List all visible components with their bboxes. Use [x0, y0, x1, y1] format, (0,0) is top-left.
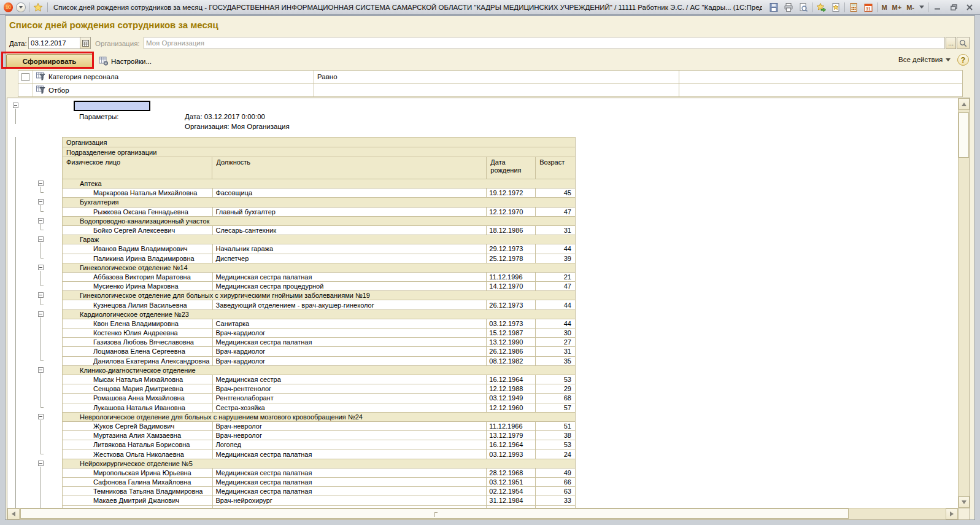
vertical-scrollbar[interactable] [958, 98, 970, 508]
employee-age-cell[interactable]: 24 [536, 449, 575, 458]
employee-age-cell[interactable]: 47 [536, 282, 575, 290]
employee-birthdate-cell[interactable]: 26.12.1973 [487, 300, 536, 309]
group-expander[interactable] [38, 311, 44, 317]
employee-age-cell[interactable]: 38 [536, 431, 575, 440]
help-button[interactable]: ? [957, 54, 969, 66]
employee-position-cell[interactable]: Начальник гаража [213, 244, 487, 253]
employee-row[interactable]: Лоцманова Елена СергеевнаВрач-кардиолог2… [63, 347, 575, 356]
employee-age-cell[interactable]: 53 [536, 375, 575, 384]
employee-birthdate-cell[interactable]: 28.12.1968 [487, 469, 536, 477]
group-row[interactable]: Гинекологическое отделение №14 [63, 263, 575, 273]
memory-add-button[interactable]: M+ [891, 4, 903, 11]
organization-more-button[interactable]: ... [946, 37, 956, 49]
employee-position-cell[interactable]: Врач-кардиолог [213, 347, 487, 356]
employee-position-cell[interactable]: Врач-невролог [213, 422, 487, 430]
favorites-star-icon[interactable] [33, 2, 44, 13]
employee-position-cell[interactable]: Логопед [213, 440, 487, 449]
employee-age-cell[interactable]: 45 [536, 189, 575, 197]
employee-name-cell[interactable]: Данилова Екатерина Александровна [63, 357, 213, 365]
employee-position-cell[interactable]: Медицинская сестра палатная [213, 469, 487, 477]
employee-birthdate-cell[interactable]: 03.12.1973 [487, 319, 536, 328]
employee-position-cell[interactable]: Медицинская сестра палатная [213, 273, 487, 281]
spreadsheet-canvas[interactable]: Параметры: Дата: 03.12.2017 0:00:00 Орга… [7, 98, 958, 508]
group-expander[interactable] [38, 461, 44, 466]
employee-row[interactable]: Паликина Ирина ВладимировнаДиспетчер25.1… [63, 254, 575, 263]
employee-name-cell[interactable]: Жесткова Ольга Николаевна [63, 449, 213, 458]
restore-button[interactable] [947, 2, 960, 13]
save-icon[interactable] [768, 2, 780, 13]
group-row[interactable]: Бухгалтерия [63, 198, 575, 207]
filter-condition-cell[interactable] [314, 84, 679, 96]
employee-age-cell[interactable]: 44 [536, 319, 575, 328]
table-band-organization[interactable]: Организация [63, 138, 575, 147]
employee-birthdate-cell[interactable]: 11.12.1966 [487, 422, 536, 430]
employee-row[interactable]: Литвякова Наталья БорисовнаЛогопед16.12.… [63, 440, 575, 449]
employee-name-cell[interactable]: Сафонова Галина Михайловна [63, 478, 213, 486]
scroll-up-button[interactable] [959, 98, 970, 110]
filter-field-cell[interactable]: Категория персонала [33, 71, 314, 83]
employee-birthdate-cell[interactable]: 12.12.1960 [487, 403, 536, 412]
date-calendar-button[interactable] [80, 37, 91, 49]
report-expander[interactable] [13, 103, 18, 108]
group-row[interactable]: Гараж [63, 235, 575, 244]
employee-name-cell[interactable]: Газизова Любовь Вячеславовна [63, 338, 213, 346]
employee-birthdate-cell[interactable]: 19.12.1972 [487, 189, 536, 197]
employee-name-cell[interactable]: Жуков Сергей Вадимович [63, 422, 213, 430]
employee-name-cell[interactable]: Литвякова Наталья Борисовна [63, 440, 213, 449]
generate-button[interactable]: Сформировать [6, 54, 93, 68]
date-input[interactable] [28, 37, 80, 49]
employee-birthdate-cell[interactable]: 31.12.1984 [487, 496, 536, 505]
memory-recall-button[interactable]: M [880, 4, 888, 11]
employee-position-cell[interactable]: Врач-невролог [213, 431, 487, 440]
filter-row[interactable]: Категория персоналаРавно [18, 71, 962, 84]
employee-name-cell[interactable]: Сенцова Мария Дмитриевна [63, 384, 213, 393]
employee-row[interactable]: Темникова Татьяна ВладимировнаМедицинска… [63, 487, 575, 496]
horizontal-scrollbar[interactable] [7, 508, 958, 519]
employee-position-cell[interactable]: Сестра-хозяйка [213, 403, 487, 412]
employee-birthdate-cell[interactable]: 15.12.1987 [487, 329, 536, 337]
employee-age-cell[interactable]: 31 [536, 347, 575, 356]
employee-name-cell[interactable]: Ромашова Анна Михайловна [63, 394, 213, 402]
employee-row[interactable]: Жесткова Ольга НиколаевнаМедицинская сес… [63, 449, 575, 459]
employee-row[interactable]: Данилова Екатерина АлександровнаВрач-кар… [63, 357, 575, 366]
employee-age-cell[interactable]: 57 [536, 403, 575, 412]
employee-row[interactable]: Бойко Сергей АлексеевичСлесарь-сантехник… [63, 226, 575, 235]
employee-age-cell[interactable]: 35 [536, 357, 575, 365]
group-expander[interactable] [38, 236, 44, 242]
employee-position-cell[interactable]: Врач-нейрохирург [213, 496, 487, 505]
employee-birthdate-cell[interactable]: 25.12.1978 [487, 254, 536, 263]
employee-position-cell[interactable]: Медицинская сестра [213, 375, 487, 384]
employee-age-cell[interactable]: 29 [536, 384, 575, 393]
employee-row[interactable]: Мысак Наталья МихайловнаМедицинская сест… [63, 375, 575, 384]
employee-age-cell[interactable]: 53 [536, 440, 575, 449]
employee-age-cell[interactable]: 30 [536, 329, 575, 337]
employee-age-cell[interactable]: 27 [536, 338, 575, 346]
minimize-button[interactable] [931, 2, 944, 13]
employee-age-cell[interactable]: 39 [536, 254, 575, 263]
group-row[interactable]: Аптека [63, 179, 575, 189]
employee-age-cell[interactable]: 47 [536, 208, 575, 216]
employee-position-cell[interactable]: Медицинская сестра палатная [213, 338, 487, 346]
employee-age-cell[interactable]: 63 [536, 487, 575, 496]
employee-row[interactable]: Миропольская Ирина ЮрьевнаМедицинская се… [63, 469, 575, 478]
employee-birthdate-cell[interactable]: 03.12.1951 [487, 478, 536, 486]
employee-position-cell[interactable]: Медицинская сестра палатная [213, 478, 487, 486]
employee-birthdate-cell[interactable]: 13.12.1979 [487, 431, 536, 440]
employee-birthdate-cell[interactable]: 02.12.1954 [487, 487, 536, 496]
group-row[interactable]: Клинико-диагностическое отделение [63, 366, 575, 375]
employee-age-cell[interactable]: 44 [536, 244, 575, 253]
settings-button[interactable]: Настройки... [99, 55, 152, 68]
employee-position-cell[interactable]: Медицинская сестра палатная [213, 487, 487, 496]
group-expander[interactable] [38, 367, 44, 373]
table-header-row[interactable]: Физическое лицо Должность Дата рождения … [63, 157, 575, 179]
employee-birthdate-cell[interactable]: 29.12.1973 [487, 244, 536, 253]
employee-row[interactable]: Газизова Любовь ВячеславовнаМедицинская … [63, 338, 575, 347]
employee-birthdate-cell[interactable]: 16.12.1964 [487, 375, 536, 384]
toolbar-overflow-chevron-icon[interactable] [919, 6, 924, 9]
employee-position-cell[interactable]: Санитарка [213, 319, 487, 328]
employee-row[interactable]: Мусиенко Ирина МарковнаМедицинская сестр… [63, 282, 575, 291]
employee-position-cell[interactable]: Рентгенолаборант [213, 394, 487, 402]
employee-birthdate-cell[interactable]: 03.12.1949 [487, 394, 536, 402]
filter-field-cell[interactable]: Отбор [33, 84, 314, 96]
group-row[interactable]: Водопроводно-канализационный участок [63, 217, 575, 226]
